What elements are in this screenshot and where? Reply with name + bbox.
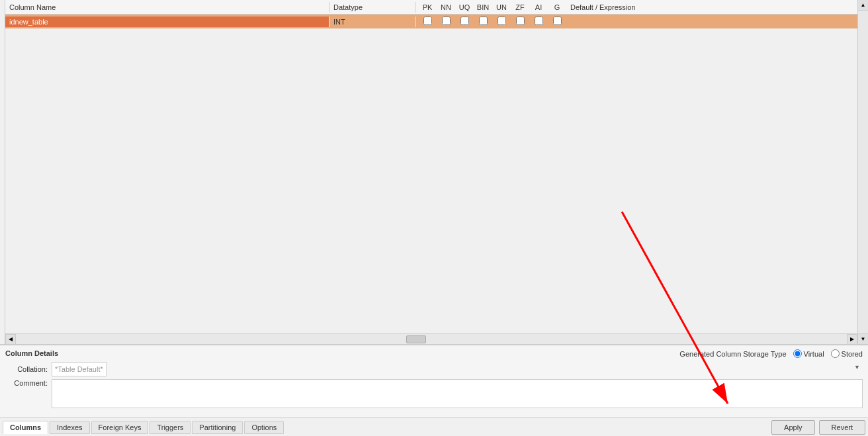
comment-label: Comment: bbox=[5, 379, 52, 387]
row-column-name-cell[interactable]: idnew_table bbox=[5, 17, 329, 27]
datatype-header: Datatype bbox=[329, 2, 415, 13]
tabs-group: Columns Indexes Foreign Keys Triggers Pa… bbox=[3, 421, 284, 434]
nn-header: NN bbox=[437, 3, 455, 11]
comment-textarea-wrapper bbox=[52, 379, 863, 410]
bottom-tabs-bar: Columns Indexes Foreign Keys Triggers Pa… bbox=[0, 417, 868, 436]
generated-col-storage-label: Generated Column Storage Type bbox=[679, 350, 786, 358]
collation-wrapper[interactable]: *Table Default* bbox=[52, 362, 863, 376]
h-scroll-right-btn[interactable]: ▶ bbox=[847, 334, 857, 345]
v-scrollbar-track[interactable] bbox=[858, 11, 869, 333]
main-container: Column Name Datatype PK NN UQ BIN UN ZF … bbox=[0, 0, 868, 436]
nn-checkbox[interactable] bbox=[442, 17, 451, 25]
pk-checkbox[interactable] bbox=[423, 17, 432, 25]
apply-button[interactable]: Apply bbox=[771, 420, 815, 435]
tab-triggers[interactable]: Triggers bbox=[150, 421, 191, 434]
default-expression-header: Default / Expression bbox=[566, 2, 855, 13]
horizontal-scrollbar[interactable]: ◀ ▶ bbox=[5, 333, 857, 344]
tab-columns[interactable]: Columns bbox=[3, 421, 48, 434]
column-details-header: Column Details Generated Column Storage … bbox=[5, 349, 863, 358]
stored-label: Stored bbox=[842, 350, 863, 358]
virtual-option[interactable]: Virtual bbox=[793, 349, 824, 358]
un-checkbox[interactable] bbox=[498, 17, 506, 25]
collation-label: Collation: bbox=[5, 365, 52, 373]
un-cell[interactable] bbox=[492, 17, 511, 27]
g-cell[interactable] bbox=[548, 17, 566, 27]
zf-checkbox[interactable] bbox=[516, 17, 525, 25]
table-header-row: Column Name Datatype PK NN UQ BIN UN ZF … bbox=[5, 0, 857, 15]
tab-partitioning[interactable]: Partitioning bbox=[192, 421, 243, 434]
h-scrollbar-track[interactable] bbox=[16, 334, 847, 345]
collation-select[interactable]: *Table Default* bbox=[52, 362, 107, 376]
h-scroll-left-btn[interactable]: ◀ bbox=[5, 334, 16, 345]
comment-textarea[interactable] bbox=[52, 379, 863, 408]
column-details-title: Column Details bbox=[5, 349, 58, 357]
row-flags-cell bbox=[415, 15, 857, 28]
collation-row: Collation: *Table Default* bbox=[5, 362, 863, 376]
g-header: G bbox=[548, 3, 566, 11]
bin-header: BIN bbox=[474, 3, 492, 11]
ai-checkbox[interactable] bbox=[535, 17, 543, 25]
generated-col-storage: Generated Column Storage Type Virtual St… bbox=[679, 349, 863, 358]
table-body: idnew_table INT bbox=[5, 15, 857, 333]
stored-option[interactable]: Stored bbox=[831, 349, 863, 358]
virtual-label: Virtual bbox=[804, 350, 824, 358]
buttons-group: Apply Revert bbox=[771, 420, 865, 435]
zf-cell[interactable] bbox=[511, 17, 529, 27]
v-scroll-up-btn[interactable]: ▲ bbox=[858, 0, 869, 11]
table-main: Column Name Datatype PK NN UQ BIN UN ZF … bbox=[5, 0, 857, 344]
stored-radio[interactable] bbox=[831, 349, 840, 358]
ai-cell[interactable] bbox=[529, 17, 548, 27]
bin-cell[interactable] bbox=[474, 17, 492, 27]
h-scrollbar-thumb[interactable] bbox=[406, 335, 426, 343]
nn-cell[interactable] bbox=[437, 17, 455, 27]
revert-button[interactable]: Revert bbox=[819, 420, 865, 435]
zf-header: ZF bbox=[511, 3, 529, 11]
un-header: UN bbox=[492, 3, 511, 11]
bin-checkbox[interactable] bbox=[479, 17, 488, 25]
v-scroll-down-btn[interactable]: ▼ bbox=[858, 333, 869, 344]
table-row[interactable]: idnew_table INT bbox=[5, 15, 857, 29]
column-details-section: Column Details Generated Column Storage … bbox=[0, 345, 868, 417]
uq-checkbox[interactable] bbox=[460, 17, 469, 25]
pk-header: PK bbox=[418, 3, 437, 11]
uq-header: UQ bbox=[455, 3, 474, 11]
vertical-scrollbar[interactable]: ▲ ▼ bbox=[857, 0, 868, 344]
tab-indexes[interactable]: Indexes bbox=[50, 421, 90, 434]
row-datatype-cell[interactable]: INT bbox=[329, 17, 415, 27]
tab-options[interactable]: Options bbox=[244, 421, 284, 434]
column-name-header: Column Name bbox=[5, 2, 329, 13]
pk-cell[interactable] bbox=[418, 17, 437, 27]
flags-header: PK NN UQ BIN UN ZF AI G Default / Expres… bbox=[415, 1, 857, 14]
virtual-radio[interactable] bbox=[793, 349, 802, 358]
g-checkbox[interactable] bbox=[553, 17, 562, 25]
tab-foreign-keys[interactable]: Foreign Keys bbox=[91, 421, 149, 434]
uq-cell[interactable] bbox=[455, 17, 474, 27]
left-gutter bbox=[0, 0, 5, 344]
row-default-cell[interactable] bbox=[566, 21, 855, 23]
comment-row: Comment: bbox=[5, 379, 863, 410]
ai-header: AI bbox=[529, 3, 548, 11]
